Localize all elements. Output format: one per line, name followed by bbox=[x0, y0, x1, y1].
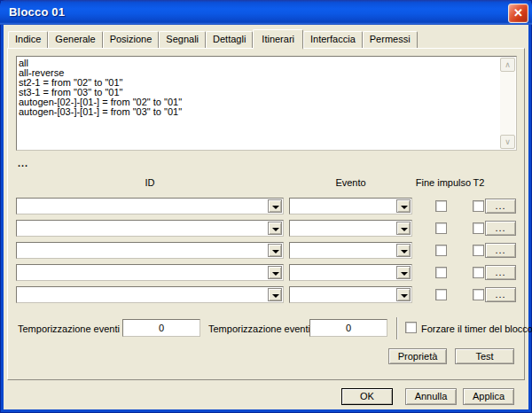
t2-checkbox-row4[interactable] bbox=[473, 267, 484, 278]
column-header-t2: T2 bbox=[468, 177, 489, 188]
evento-combo-row5[interactable] bbox=[289, 286, 412, 303]
combo-dropdown-button[interactable] bbox=[396, 244, 411, 257]
combo-dropdown-button[interactable] bbox=[396, 222, 411, 235]
combo-dropdown-button[interactable] bbox=[268, 244, 282, 257]
t2-checkbox-row3[interactable] bbox=[473, 245, 484, 256]
id-combo-row4[interactable] bbox=[16, 264, 284, 281]
id-combo-row1[interactable] bbox=[16, 198, 284, 214]
tab-strip: Indice Generale Posizione Segnali Dettag… bbox=[8, 29, 418, 48]
dropdown-arrow-icon bbox=[272, 272, 279, 276]
combo-dropdown-button[interactable] bbox=[268, 199, 282, 213]
close-button[interactable]: ✕ bbox=[508, 4, 528, 23]
combo-dropdown-button[interactable] bbox=[268, 288, 282, 301]
evento-combo-row3[interactable] bbox=[289, 242, 412, 259]
timer2-label: Temporizzazione eventi 2 bbox=[208, 323, 318, 334]
t2-checkbox-row2[interactable] bbox=[473, 222, 484, 234]
tab-itinerari[interactable]: Itinerari bbox=[253, 29, 303, 50]
evento-combo-row4[interactable] bbox=[289, 264, 412, 281]
timer2-input[interactable] bbox=[309, 319, 387, 337]
column-header-fine-impulso: Fine impulso bbox=[410, 177, 477, 188]
combo-dropdown-button[interactable] bbox=[396, 199, 411, 213]
dropdown-arrow-icon bbox=[401, 228, 408, 231]
id-combo-row5[interactable] bbox=[16, 286, 284, 303]
tab-generale[interactable]: Generale bbox=[48, 31, 102, 48]
row1-options-button[interactable]: ... bbox=[485, 199, 516, 214]
tab-indice[interactable]: Indice bbox=[8, 31, 48, 48]
column-header-id: ID bbox=[16, 177, 284, 188]
t2-checkbox-row1[interactable] bbox=[473, 200, 484, 212]
apply-button[interactable]: Applica bbox=[463, 388, 514, 405]
vertical-scrollbar: ∧ ∨ bbox=[500, 58, 515, 149]
t2-checkbox-row5[interactable] bbox=[473, 289, 484, 300]
row4-options-button[interactable]: ... bbox=[485, 265, 516, 280]
fine-impulso-checkbox-row1[interactable] bbox=[435, 200, 447, 212]
combo-dropdown-button[interactable] bbox=[396, 288, 411, 301]
dropdown-arrow-icon bbox=[401, 250, 408, 253]
timer1-label: Temporizzazione eventi 1 bbox=[18, 323, 128, 334]
tab-segnali[interactable]: Segnali bbox=[159, 31, 206, 48]
dropdown-arrow-icon bbox=[272, 206, 279, 209]
dropdown-arrow-icon bbox=[272, 228, 279, 231]
evento-combo-row2[interactable] bbox=[289, 220, 412, 237]
scroll-down-icon: ∨ bbox=[505, 137, 511, 146]
fine-impulso-checkbox-row5[interactable] bbox=[435, 289, 447, 300]
vertical-separator bbox=[396, 317, 398, 339]
fine-impulso-checkbox-row4[interactable] bbox=[435, 267, 447, 278]
titlebar[interactable]: Blocco 01 ✕ bbox=[0, 0, 532, 25]
combo-dropdown-button[interactable] bbox=[396, 266, 411, 279]
dropdown-arrow-icon bbox=[401, 206, 408, 209]
tab-interfaccia[interactable]: Interfaccia bbox=[303, 31, 363, 48]
dropdown-arrow-icon bbox=[401, 294, 408, 298]
scroll-down-button[interactable]: ∨ bbox=[500, 135, 515, 149]
cancel-button[interactable]: Annulla bbox=[405, 388, 457, 405]
combo-dropdown-button[interactable] bbox=[268, 266, 282, 279]
column-header-evento: Evento bbox=[289, 177, 412, 188]
test-button[interactable]: Test bbox=[455, 348, 514, 364]
force-timer-label: Forzare il timer del blocco bbox=[421, 323, 532, 334]
fine-impulso-checkbox-row2[interactable] bbox=[435, 222, 447, 234]
tab-posizione[interactable]: Posizione bbox=[103, 31, 160, 48]
combo-dropdown-button[interactable] bbox=[268, 222, 282, 235]
dropdown-arrow-icon bbox=[401, 272, 408, 276]
fine-impulso-checkbox-row3[interactable] bbox=[435, 245, 447, 256]
force-timer-checkbox[interactable] bbox=[405, 322, 417, 333]
ok-button[interactable]: OK bbox=[341, 388, 393, 405]
scroll-up-icon: ∧ bbox=[505, 60, 511, 69]
row5-options-button[interactable]: ... bbox=[485, 287, 516, 302]
itinerary-listbox[interactable]: all all-reverse st2-1 = from "02" to "01… bbox=[16, 56, 517, 151]
dropdown-arrow-icon bbox=[272, 250, 279, 253]
dialog-window: Blocco 01 ✕ Indice Generale Posizione Se… bbox=[0, 0, 532, 413]
properties-button[interactable]: Proprietà bbox=[388, 348, 447, 364]
evento-combo-row1[interactable] bbox=[289, 198, 412, 214]
dropdown-arrow-icon bbox=[272, 294, 279, 298]
list-item[interactable]: autogen-[03-]-[01-] = from "03" to "01" bbox=[17, 107, 516, 117]
window-title: Blocco 01 bbox=[9, 5, 65, 19]
close-icon: ✕ bbox=[513, 6, 523, 19]
more-items-hint: ... bbox=[18, 158, 28, 168]
id-combo-row3[interactable] bbox=[16, 242, 284, 259]
scroll-up-button[interactable]: ∧ bbox=[500, 58, 515, 72]
timer1-input[interactable] bbox=[122, 319, 200, 337]
tab-dettagli[interactable]: Dettagli bbox=[206, 31, 253, 48]
row3-options-button[interactable]: ... bbox=[485, 243, 516, 258]
list-item[interactable]: all bbox=[17, 58, 516, 68]
row2-options-button[interactable]: ... bbox=[485, 221, 516, 236]
tab-permessi[interactable]: Permessi bbox=[363, 31, 418, 48]
id-combo-row2[interactable] bbox=[16, 220, 284, 237]
